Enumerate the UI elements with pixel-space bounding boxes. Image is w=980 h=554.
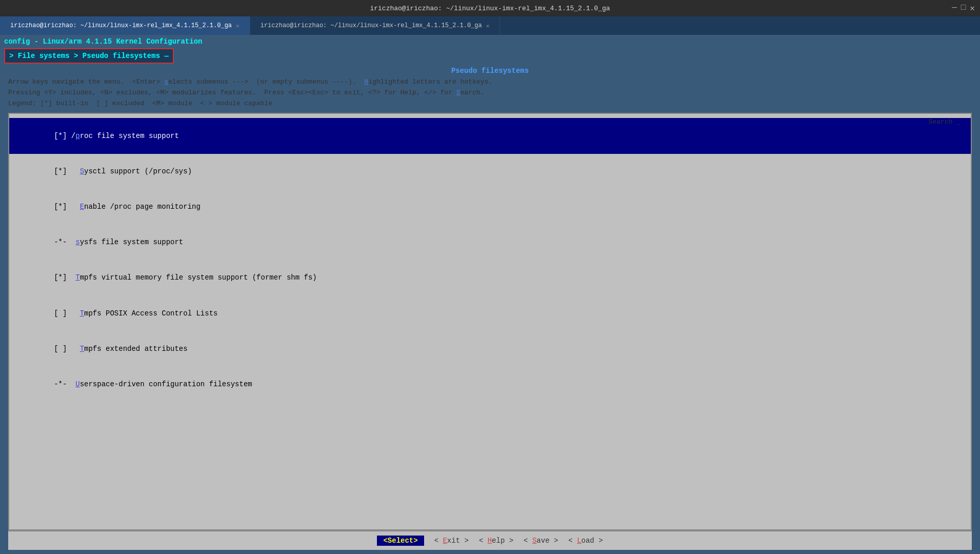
menu-item-proc-page[interactable]: [*] Enable /proc page monitoring xyxy=(9,189,971,225)
proc-hotkey-char: p xyxy=(75,132,79,140)
tmpfs-posix-hotkey-char: T xyxy=(80,309,84,318)
selects-hotkey: s xyxy=(164,78,168,86)
menu-item-tmpfs-ext[interactable]: [ ] Tmpfs extended attributes xyxy=(9,331,971,366)
header-section: config - Linux/arm 4.1.15 Kernel Configu… xyxy=(0,35,980,64)
userspace-hotkey-char: U xyxy=(75,380,79,388)
tmpfs-ext-hotkey-char: T xyxy=(80,345,84,353)
help-hotkey: H xyxy=(488,537,492,545)
help-button[interactable]: < Help > xyxy=(479,537,513,545)
help-line-1: Arrow keys navigate the menu. <Enter> se… xyxy=(8,77,972,88)
tab-bar: iriczhao@iriczhao: ~/linux/linux-imx-rel… xyxy=(0,16,980,35)
search-label: Search _ xyxy=(929,118,961,126)
tab-2-label: iriczhao@iriczhao: ~/linux/linux-imx-rel… xyxy=(261,22,482,29)
enable-hotkey-char: E xyxy=(80,203,84,211)
help-line-3: Legend: [*] built-in [ ] excluded <M> mo… xyxy=(8,98,972,109)
terminal-area: config - Linux/arm 4.1.15 Kernel Configu… xyxy=(0,35,980,554)
tab-1-label: iriczhao@iriczhao: ~/linux/linux-imx-rel… xyxy=(10,22,232,29)
breadcrumb: > File systems > Pseudo filesystems — xyxy=(4,48,174,64)
menu-box: Search _ [*] /proc file system support [… xyxy=(8,113,972,530)
exit-button[interactable]: < Exit > xyxy=(434,537,469,545)
search-box: Search _ xyxy=(929,118,961,126)
tab-1[interactable]: iriczhao@iriczhao: ~/linux/linux-imx-rel… xyxy=(0,16,250,35)
minimize-icon[interactable]: — xyxy=(952,3,957,13)
button-bar: <Select> < Exit > < Help > < Save > < Lo… xyxy=(8,530,972,550)
sysctl-hotkey-char: S xyxy=(80,167,84,175)
config-title: config - Linux/arm 4.1.15 Kernel Configu… xyxy=(4,37,976,47)
menu-item-tmpfs-posix[interactable]: [ ] Tmpfs POSIX Access Control Lists xyxy=(9,295,971,331)
help-line-2: Pressing <Y> includes, <N> excludes, <M>… xyxy=(8,88,972,98)
window-controls[interactable]: — □ ✕ xyxy=(952,3,975,13)
save-hotkey: S xyxy=(532,537,536,545)
tmpfs-hotkey-char: T xyxy=(75,273,79,282)
search-hotkey: S xyxy=(456,89,461,96)
exit-hotkey: E xyxy=(443,537,447,545)
menu-item-userspace[interactable]: -*- Userspace-driven configuration files… xyxy=(9,367,971,402)
menu-item-sysctl[interactable]: [*] Sysctl support (/proc/sys) xyxy=(9,154,971,189)
dialog-title: Pseudo filesystems xyxy=(8,67,972,75)
tab-1-close-icon[interactable]: ✕ xyxy=(236,23,239,29)
sysfs-hotkey-char: s xyxy=(75,238,79,246)
window-titlebar: iriczhao@iriczhao: ~/linux/linux-imx-rel… xyxy=(0,0,980,16)
menu-item-tmpfs[interactable]: [*] Tmpfs virtual memory file system sup… xyxy=(9,260,971,295)
highlighted-hotkey: H xyxy=(364,78,368,86)
tab-2-close-icon[interactable]: ✕ xyxy=(486,23,490,29)
close-icon[interactable]: ✕ xyxy=(970,3,975,13)
menu-item-proc[interactable]: [*] /proc file system support xyxy=(9,118,971,153)
help-text: Arrow keys navigate the menu. <Enter> se… xyxy=(8,77,972,109)
window-title: iriczhao@iriczhao: ~/linux/linux-imx-rel… xyxy=(370,5,610,12)
menu-item-sysfs[interactable]: -*- sysfs file system support xyxy=(9,225,971,260)
tab-2[interactable]: iriczhao@iriczhao: ~/linux/linux-imx-rel… xyxy=(250,16,501,35)
save-button[interactable]: < Save > xyxy=(524,537,558,545)
main-content: Pseudo filesystems Arrow keys navigate t… xyxy=(0,64,980,554)
load-hotkey: L xyxy=(577,537,581,545)
maximize-icon[interactable]: □ xyxy=(961,3,966,13)
select-button[interactable]: <Select> xyxy=(377,536,424,546)
load-button[interactable]: < Load > xyxy=(568,537,603,545)
